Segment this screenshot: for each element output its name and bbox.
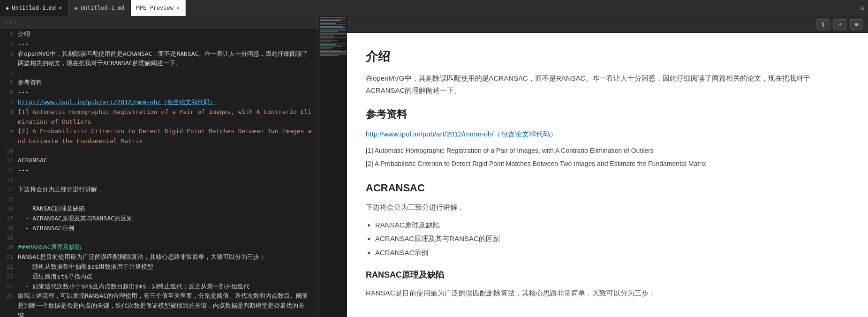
minimap-lines [319,16,347,58]
line-content: [1] Automatic Homographic Registration o… [18,107,318,127]
tab-label-right: Untitled-1.md [81,5,125,11]
line-number: 22 [0,262,18,272]
code-line: 17 - ACRANSAC原理及其与RANSAC的区别 [0,214,318,224]
code-line: 12--- [0,166,318,175]
preview-content[interactable]: 介绍 在openMVG中，其剔除误匹配使用的是ACRANSAC，而不是RANSA… [347,33,868,317]
preview-intro-para: 在openMVG中，其剔除误匹配使用的是ACRANSAC，而不是RANSAC。咋… [366,72,849,96]
line-content: --- [18,39,318,49]
line-number: 23 [0,272,18,281]
code-line: 19 [0,233,318,242]
line-number: 2 [0,39,18,49]
line-number: 6 [0,88,18,97]
code-line: 6--- [0,88,318,98]
editor-content[interactable]: 1介绍2---3在openMVG中，其剔除误匹配使用的是ACRANSAC，而不是… [0,30,318,317]
dollar-icon[interactable]: § [816,19,830,30]
code-line: 14下边将会分为三部分进行讲解， [0,185,318,195]
preview-panel: § ↺ ⊞ 介绍 在openMVG中，其剔除误匹配使用的是ACRANSAC，而不… [347,16,868,317]
minimap-line [320,26,343,27]
code-line: 18 - ACRANSAC示例 [0,224,318,234]
line-content: 纵观上述流程，可以发现RANSAC的合理使用，有三个值至关重要，分别是阈值、迭代… [18,291,318,317]
close-tab-preview[interactable]: × [176,5,180,11]
code-line: 4 [0,68,318,78]
preview-link[interactable]: http://www.ipol.im/pub/art/2012/mmm-oh/（… [366,130,557,138]
minimap-line [320,37,346,38]
preview-ref1: [1] Automatic Homographic Registration o… [366,145,849,157]
markdown-icon-left: ◈ [6,5,9,11]
code-line: 21RANSAC是目前使用最为广泛的误匹配剔除算法，其核心思路非常简单，大致可以… [0,252,318,262]
minimap-line [320,31,338,32]
line-number: 11 [0,156,18,165]
minimap-line [320,41,332,42]
minimap-line [320,55,338,56]
list-item: RANSAC原理及缺陷 [375,219,849,231]
line-number: 8 [0,107,18,117]
line-content: - ACRANSAC示例 [18,224,318,234]
line-number: 3 [0,49,18,59]
code-line: 25纵观上述流程，可以发现RANSAC的合理使用，有三个值至关重要，分别是阈值、… [0,291,318,317]
line-content: 参考资料 [18,78,318,88]
tab-untitled-left[interactable]: ◈ Untitled-1.md × [0,0,68,16]
minimap-line [320,51,346,52]
tab-label-left: Untitled-1.md [12,5,56,11]
markdown-icon-right: ◈ [74,5,77,11]
code-line: 10 [0,146,318,156]
list-item: ACRANSAC原理及其与RANSAC的区别 [375,233,849,245]
line-content: - 通过阈值$t$寻找内点 [18,272,318,282]
minimap-line [320,30,346,31]
tab-group-left: ◈ Untitled-1.md × [0,0,68,16]
line-content: [2] A Probabilistic Criterion to Detect … [18,127,318,146]
preview-h2-acransac: ACRANSAC [366,179,849,196]
line-content: RANSAC是目前使用最为广泛的误匹配剔除算法，其核心思路非常简单，大致可以分为… [18,252,318,262]
split-layout-icon[interactable]: ⊞ [860,4,864,12]
minimap-line [320,27,346,28]
line-content: 介绍 [18,30,318,39]
preview-list: RANSAC原理及缺陷ACRANSAC原理及其与RANSAC的区别ACRANSA… [375,219,849,259]
code-line: 8[1] Automatic Homographic Registration … [0,107,318,127]
line-number: 19 [0,233,18,242]
line-content: --- [18,166,318,175]
split-icon[interactable]: ⊞ [850,19,863,30]
minimap-line [320,38,333,39]
preview-h3-ransac: RANSAC原理及缺陷 [366,268,849,282]
line-content: - 如果迭代次数小于$n$且内点数目超出$m$，则终止迭代；反之从第一部开始迭代 [18,282,318,292]
title-bar: ◈ Untitled-1.md × ◈ Untitled-1.md MPE Pr… [0,0,868,16]
tab-preview[interactable]: MPE Preview × [131,0,186,16]
minimap-line [320,50,341,51]
tab-group-right: ◈ Untitled-1.md MPE Preview × [68,0,186,16]
minimap-line [320,19,346,20]
close-tab-left[interactable]: × [59,5,62,11]
minimap-line [320,20,341,21]
refresh-icon[interactable]: ↺ [833,19,846,30]
minimap-line [320,36,334,37]
minimap [319,16,347,317]
list-item: ACRANSAC示例 [375,247,849,259]
line-content: - 随机从数据集中抽取$s$组数据用于计算模型 [18,262,318,272]
code-line: 13 [0,175,318,185]
code-line: 9[2] A Probabilistic Criterion to Detect… [0,127,318,146]
code-line: 20###RANSAC原理及缺陷 [0,242,318,252]
editor-panel: ··· 1介绍2---3在openMVG中，其剔除误匹配使用的是ACRANSAC… [0,16,319,317]
preview-ransac-para: RANSAC是目前使用最为广泛的误匹配删除算法，其核心思路非常简单，大致可以分为… [366,287,849,299]
tab-preview-label: MPE Preview [136,5,174,11]
code-line: 22 - 随机从数据集中抽取$s$组数据用于计算模型 [0,262,318,272]
line-number: 17 [0,214,18,223]
code-line: 16 - RANSAC原理及缺陷 [0,204,318,214]
minimap-line [320,47,334,48]
code-line: 3在openMVG中，其剔除误匹配使用的是ACRANSAC，而不是RANSAC。… [0,49,318,69]
line-content: 下边将会分为三部分进行讲解， [18,185,318,195]
line-number: 25 [0,291,18,301]
code-line: 1介绍 [0,30,318,39]
tab-untitled-right[interactable]: ◈ Untitled-1.md [68,0,130,16]
code-line: 7http://www.ipol.im/pub/art/2012/mmm-oh/… [0,98,318,107]
line-content: 在openMVG中，其剔除误匹配使用的是ACRANSAC，而不是RANSAC。咋… [18,49,318,69]
code-line: 24 - 如果迭代次数小于$n$且内点数目超出$m$，则终止迭代；反之从第一部开… [0,282,318,292]
minimap-line [320,23,336,24]
line-number: 5 [0,78,18,87]
editor-toolbar-ellipsis[interactable]: ··· [4,18,17,27]
preview-acransac-intro: 下边将会分为三部分进行讲解， [366,201,849,213]
title-bar-icons: ⊞ [860,4,864,12]
line-number: 18 [0,224,18,233]
line-content: ###RANSAC原理及缺陷 [18,242,318,252]
minimap-line [320,40,338,41]
line-number: 4 [0,68,18,78]
